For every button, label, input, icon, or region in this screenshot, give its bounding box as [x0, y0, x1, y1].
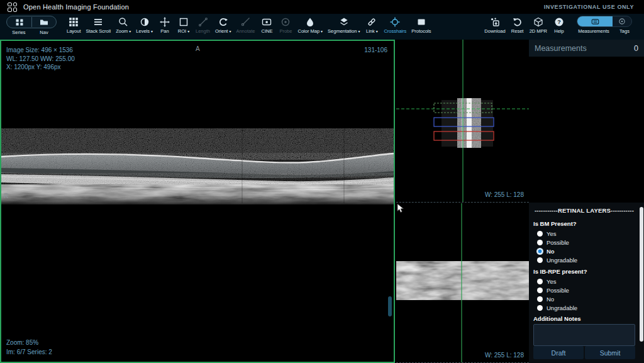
- cine-icon: [262, 17, 272, 27]
- ohif-logo-icon: [8, 3, 17, 12]
- retinal-layers-form: -----------RETINAL LAYERS----------- Is …: [529, 203, 644, 363]
- window-level-overlay: WL: 127.50 WW: 255.00: [6, 55, 75, 64]
- radio-icon: [537, 288, 543, 293]
- nav-button[interactable]: [31, 17, 55, 27]
- investigational-label: INVESTIGATIONAL USE ONLY: [544, 4, 634, 10]
- mpr-cube-icon: [533, 17, 543, 27]
- magnifier-icon: [118, 17, 128, 27]
- radio-option-bm-possible[interactable]: Possible: [533, 238, 635, 247]
- toolbar: Series Nav Layout Stack Scroll Zoom▾ Lev…: [0, 14, 644, 40]
- additional-notes-label: Additional Notes: [533, 315, 635, 322]
- draft-button[interactable]: Draft: [533, 346, 584, 359]
- viewport-info-overlay: Image Size: 496 × 1536 WL: 127.50 WW: 25…: [6, 46, 75, 72]
- cursor-position-overlay: X: 1200px Y: 496px: [6, 63, 75, 72]
- tool-length[interactable]: Length: [193, 16, 213, 35]
- tool-cine[interactable]: CINE: [257, 16, 276, 35]
- mouse-cursor: [396, 203, 405, 213]
- notes-textarea[interactable]: [533, 324, 635, 346]
- tool-layout[interactable]: Layout: [64, 16, 84, 35]
- app-title: Open Health Imaging Foundation: [23, 3, 129, 11]
- roi-rectangle-icon: [179, 17, 189, 27]
- pan-icon: [160, 17, 170, 27]
- workspace: Image Size: 496 × 1536 WL: 127.50 WW: 25…: [0, 40, 644, 363]
- folder-icon: [39, 17, 49, 27]
- link-icon: [367, 17, 377, 27]
- dropdown-caret-icon: ▾: [229, 29, 231, 33]
- tags-panel-button[interactable]: [613, 16, 631, 26]
- stack-scroll-icon: [93, 17, 103, 27]
- tool-reset[interactable]: Reset: [508, 16, 527, 35]
- layout-grid-icon: [69, 17, 79, 27]
- tags-icon: [618, 18, 626, 25]
- form-scrollbar-thumb[interactable]: [640, 207, 643, 342]
- tool-probe[interactable]: Probe: [276, 16, 295, 35]
- tool-link[interactable]: Link▾: [362, 16, 381, 35]
- tool-zoom[interactable]: Zoom▾: [113, 16, 133, 35]
- measurements-panel-button[interactable]: [577, 16, 613, 26]
- radio-option-ibrpe-yes[interactable]: Yes: [533, 277, 635, 286]
- tool-annotate[interactable]: Annotate: [233, 16, 257, 35]
- measurements-header: Measurements 0: [529, 40, 644, 57]
- tool-color-map[interactable]: Color Map▾: [295, 16, 325, 35]
- viewport-main-bscan[interactable]: Image Size: 496 × 1536 WL: 127.50 WW: 25…: [0, 40, 395, 363]
- stack-scrollbar-thumb[interactable]: [388, 296, 392, 316]
- tags-toggle-label: Tags: [614, 28, 635, 34]
- viewport-enface-bottom[interactable]: W: 255 L: 128: [396, 203, 529, 363]
- submit-button[interactable]: Submit: [585, 346, 635, 359]
- color-map-icon: [305, 17, 315, 27]
- tool-segmentation[interactable]: Segmentation▾: [325, 16, 362, 35]
- image-size-overlay: Image Size: 496 × 1536: [6, 46, 75, 55]
- radio-icon: [537, 257, 543, 263]
- tool-crosshairs[interactable]: Crosshairs: [381, 16, 409, 35]
- radio-option-ibrpe-ungradable[interactable]: Ungradable: [533, 303, 635, 312]
- svg-text:?: ?: [557, 19, 561, 25]
- series-grid-icon: [14, 17, 25, 27]
- radio-icon: [537, 249, 543, 254]
- oct-bscan-image: [1, 41, 394, 362]
- tool-help[interactable]: ? Help: [550, 16, 569, 35]
- tool-stack-scroll[interactable]: Stack Scroll: [84, 16, 114, 35]
- app-root: Open Health Imaging Foundation INVESTIGA…: [0, 0, 644, 363]
- tool-2d-mpr[interactable]: 2D MPR: [527, 16, 550, 35]
- radio-option-ibrpe-possible[interactable]: Possible: [533, 286, 635, 294]
- reset-icon: [513, 17, 523, 27]
- radio-option-ibrpe-no[interactable]: No: [533, 294, 635, 303]
- radio-option-bm-yes[interactable]: Yes: [533, 229, 635, 238]
- protocols-icon: [416, 17, 426, 27]
- top-header: Open Health Imaging Foundation INVESTIGA…: [0, 0, 644, 14]
- series-button[interactable]: [8, 17, 31, 27]
- series-badge: 131-106: [364, 46, 387, 55]
- radio-option-bm-no[interactable]: No: [533, 247, 635, 255]
- image-index-overlay: Im: 6/7 Series: 2: [6, 348, 52, 357]
- tool-protocols[interactable]: Protocols: [409, 16, 433, 35]
- form-section-title: -----------RETINAL LAYERS-----------: [533, 207, 635, 214]
- radio-icon: [537, 231, 543, 237]
- tool-levels[interactable]: Levels▾: [133, 16, 155, 35]
- radio-icon: [537, 305, 543, 311]
- help-icon: ?: [554, 17, 564, 27]
- dropdown-caret-icon: ▾: [187, 29, 189, 33]
- segmentation-icon: [339, 17, 349, 27]
- tool-orient[interactable]: Orient▾: [213, 16, 233, 35]
- orient-rotate-icon: [218, 17, 228, 27]
- download-icon: [490, 17, 500, 27]
- series-nav-toggle: Series Nav: [6, 16, 57, 35]
- enface-projection-image: [396, 40, 529, 202]
- tool-pan[interactable]: Pan: [155, 16, 174, 35]
- radio-option-bm-ungradable[interactable]: Ungradable: [533, 255, 635, 264]
- question-bm-label: Is BM Present?: [533, 220, 635, 227]
- measurements-panel: Measurements 0 -----------RETINAL LAYERS…: [529, 40, 644, 363]
- radio-icon: [537, 279, 543, 284]
- annotate-icon: [240, 17, 250, 27]
- tool-download[interactable]: Download: [482, 16, 508, 35]
- window-level-overlay: W: 255 L: 128: [485, 191, 524, 198]
- measurements-list-icon: [591, 18, 599, 26]
- dropdown-caret-icon: ▾: [129, 29, 131, 33]
- orientation-marker-left: R: [4, 192, 8, 201]
- tool-roi[interactable]: ROI▾: [174, 16, 193, 35]
- dropdown-caret-icon: ▾: [321, 29, 323, 33]
- viewport-enface-top[interactable]: W: 255 L: 128: [396, 40, 529, 203]
- dropdown-caret-icon: ▾: [151, 29, 153, 33]
- enface-slab-image: [396, 203, 529, 362]
- probe-icon: [280, 17, 291, 27]
